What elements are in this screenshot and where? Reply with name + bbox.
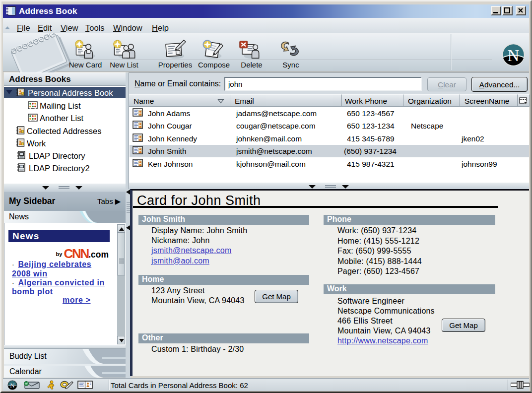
svg-text:N: N: [508, 47, 520, 65]
svg-text:N: N: [10, 382, 15, 389]
